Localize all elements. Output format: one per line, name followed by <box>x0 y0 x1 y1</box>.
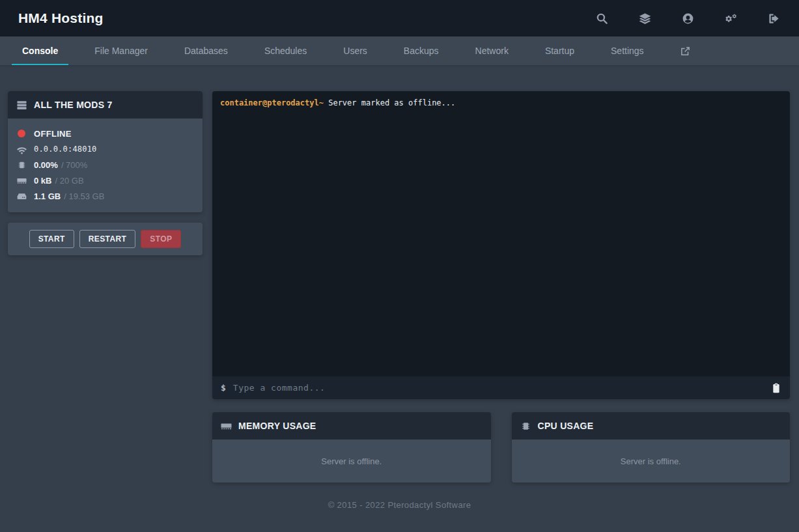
wifi-icon <box>16 144 27 154</box>
tab-backups[interactable]: Backups <box>393 36 449 65</box>
memory-usage-card: MEMORY USAGE Server is offline. <box>212 412 491 483</box>
right-column: container@pterodactyl~ Server marked as … <box>212 91 790 483</box>
console-log[interactable]: container@pterodactyl~ Server marked as … <box>212 91 790 376</box>
external-link-icon <box>680 46 690 56</box>
server-name: ALL THE MODS 7 <box>34 100 113 110</box>
server-status: OFFLINE <box>34 129 72 139</box>
server-status-row: OFFLINE <box>16 126 194 141</box>
cpu-usage-body: Server is offline. <box>512 440 791 483</box>
cpu-usage-title: CPU USAGE <box>538 421 594 431</box>
main-content: ALL THE MODS 7 OFFLINE 0.0.0.0:4801 <box>0 65 799 483</box>
server-address-row: 0.0.0.0:48010 <box>16 141 194 157</box>
memory-usage-header: MEMORY USAGE <box>212 412 491 440</box>
top-header: HM4 Hosting <box>0 0 799 36</box>
tab-label: Databases <box>184 46 228 56</box>
tab-settings[interactable]: Settings <box>600 36 654 65</box>
microchip-icon <box>520 421 531 432</box>
tab-label: Schedules <box>264 46 307 56</box>
user-icon[interactable] <box>680 11 695 25</box>
console-log-line: container@pterodactyl~ Server marked as … <box>220 97 782 109</box>
tab-users[interactable]: Users <box>333 36 378 65</box>
footer-copyright: © 2015 - 2022 Pterodactyl Software <box>0 500 799 510</box>
tab-external-link[interactable] <box>670 36 701 65</box>
memory-usage-title: MEMORY USAGE <box>238 421 316 431</box>
restart-button[interactable]: RESTART <box>79 230 136 248</box>
brand-title[interactable]: HM4 Hosting <box>18 10 104 26</box>
memory-usage-status: Server is offline. <box>321 456 382 466</box>
cpu-usage-status: Server is offline. <box>621 456 681 466</box>
tab-schedules[interactable]: Schedules <box>254 36 317 65</box>
tab-label: File Manager <box>94 46 148 56</box>
cpu-usage-header: CPU USAGE <box>512 412 791 440</box>
tab-console[interactable]: Console <box>12 36 68 65</box>
server-cpu-row: 0.00% / 700% <box>16 157 194 173</box>
console-log-message: Server marked as offline... <box>328 98 455 107</box>
tab-label: Console <box>22 46 58 56</box>
tab-databases[interactable]: Databases <box>174 36 238 65</box>
tab-network[interactable]: Network <box>465 36 519 65</box>
stop-button[interactable]: STOP <box>141 230 181 248</box>
server-icon <box>16 100 27 111</box>
gears-icon[interactable] <box>723 11 738 25</box>
server-address: 0.0.0.0:48010 <box>34 145 97 154</box>
tab-label: Startup <box>545 46 574 56</box>
command-prompt-symbol: $ <box>221 383 226 393</box>
left-column: ALL THE MODS 7 OFFLINE 0.0.0.0:4801 <box>8 91 203 255</box>
memory-icon <box>221 421 232 432</box>
microchip-icon <box>16 160 27 170</box>
status-offline-dot <box>16 128 27 139</box>
hdd-icon <box>16 191 27 201</box>
server-details-card: ALL THE MODS 7 OFFLINE 0.0.0.0:4801 <box>8 91 203 212</box>
memory-usage-body: Server is offline. <box>212 440 491 483</box>
tab-startup[interactable]: Startup <box>535 36 585 65</box>
console-panel: container@pterodactyl~ Server marked as … <box>212 91 790 399</box>
server-disk-row: 1.1 GB / 19.53 GB <box>16 188 194 204</box>
header-icons <box>566 11 781 25</box>
server-nav: Console File Manager Databases Schedules… <box>0 36 799 65</box>
console-prompt: container@pterodactyl~ <box>220 98 324 107</box>
memory-icon <box>16 175 27 186</box>
tab-label: Network <box>475 46 509 56</box>
search-icon[interactable] <box>595 11 609 25</box>
start-button[interactable]: START <box>29 230 74 248</box>
server-details-header: ALL THE MODS 7 <box>8 91 203 119</box>
cpu-current: 0.00% <box>34 160 58 170</box>
server-memory-row: 0 kB / 20 GB <box>16 173 194 188</box>
memory-current: 0 kB <box>34 176 51 186</box>
server-details-body: OFFLINE 0.0.0.0:48010 <box>8 119 203 212</box>
cpu-usage-card: CPU USAGE Server is offline. <box>512 412 791 483</box>
command-input[interactable] <box>233 383 764 393</box>
tab-file-manager[interactable]: File Manager <box>84 36 158 65</box>
memory-limit: / 20 GB <box>55 176 83 186</box>
cpu-limit: / 700% <box>61 160 87 170</box>
layers-icon[interactable] <box>638 11 652 25</box>
command-bar: $ <box>212 376 790 399</box>
disk-current: 1.1 GB <box>34 191 61 201</box>
tab-label: Settings <box>611 46 644 56</box>
power-controls-card: START RESTART STOP <box>8 223 203 255</box>
disk-limit: / 19.53 GB <box>64 191 104 201</box>
stats-row: MEMORY USAGE Server is offline. CPU USAG… <box>212 412 790 483</box>
clipboard-icon <box>771 382 781 394</box>
tab-label: Users <box>343 46 367 56</box>
logout-icon[interactable] <box>766 11 781 25</box>
tab-label: Backups <box>404 46 439 56</box>
